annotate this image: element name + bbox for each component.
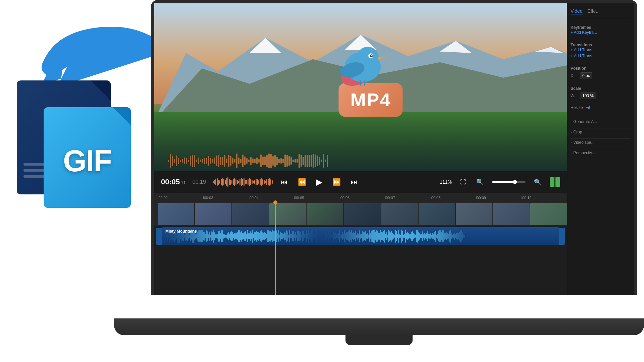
generate-ai-section[interactable]: › Generate A... bbox=[571, 118, 631, 125]
chevron-right-icon-4: › bbox=[571, 151, 572, 155]
current-time-display: 00:0511 bbox=[161, 178, 186, 186]
video-overlay-icons: MP4 bbox=[318, 43, 402, 117]
step-back-button[interactable]: ⏪ bbox=[296, 176, 308, 188]
keyframes-label: Keyframes bbox=[571, 25, 591, 30]
svg-rect-16 bbox=[360, 80, 361, 86]
w-label: W bbox=[571, 94, 577, 98]
zoom-level-display: 111% bbox=[440, 179, 452, 185]
ruler-marks: l00:02l00:03l00:04l00:05l00:06l00:07l00:… bbox=[158, 196, 567, 200]
perspective-section[interactable]: › Perspectiv... bbox=[571, 149, 631, 157]
crop-label: Crop bbox=[573, 130, 582, 134]
gif-label: GIF bbox=[63, 144, 111, 178]
x-label: X bbox=[571, 73, 577, 78]
x-value[interactable]: 0 px bbox=[580, 72, 592, 79]
audio-waveform-track bbox=[162, 227, 559, 245]
zoom-in-button[interactable]: 🔍 bbox=[532, 177, 543, 187]
add-transition1-button[interactable]: + Add Trans... bbox=[571, 48, 631, 52]
frame-number: 11 bbox=[181, 180, 185, 185]
audio-track-handle bbox=[156, 228, 162, 245]
audio-track-inner: Misty Mountains bbox=[162, 227, 559, 245]
audio-track-label: Misty Mountains bbox=[165, 229, 197, 234]
position-x-property: X 0 px bbox=[571, 72, 631, 79]
playback-waveform bbox=[213, 175, 273, 189]
fullscreen-button[interactable]: ⛶ bbox=[459, 177, 468, 187]
current-time: 00:05 bbox=[161, 178, 180, 186]
panel-tabs: Video Effe... bbox=[571, 8, 631, 18]
zoom-slider-fill bbox=[492, 181, 514, 183]
tab-video[interactable]: Video bbox=[571, 8, 583, 14]
generate-ai-label: Generate A... bbox=[573, 119, 597, 124]
svg-marker-10 bbox=[378, 56, 386, 60]
timeline-ruler: l00:02l00:03l00:04l00:05l00:06l00:07l00:… bbox=[154, 193, 567, 202]
playhead-head bbox=[273, 200, 277, 204]
pause-bar-left bbox=[550, 177, 554, 187]
zoom-slider[interactable] bbox=[492, 181, 526, 183]
keyframes-section: Keyframes + Add Keyfra... bbox=[571, 24, 631, 35]
transitions-section: Transitions + Add Trans... + Add Trans..… bbox=[571, 42, 631, 58]
playback-controls: 00:0511 00:19 ⏮ ⏪ ▶ ⏩ ⏭ 111% bbox=[154, 171, 567, 193]
scale-w-property: W 100 % bbox=[571, 93, 631, 99]
right-panel: Video Effe... Keyframes + Add Keyfra... … bbox=[567, 3, 634, 295]
fit-button[interactable]: Fit bbox=[586, 105, 590, 110]
video-editor-area: MP4 // Will render inline via JS below 0… bbox=[154, 3, 567, 295]
zoom-slider-thumb bbox=[513, 180, 517, 184]
chevron-right-icon-3: › bbox=[571, 141, 572, 144]
audio-track-end-handle bbox=[559, 228, 565, 245]
scale-section: Scale W 100 % bbox=[571, 85, 631, 99]
zoom-out-button[interactable]: 🔍 bbox=[475, 177, 485, 187]
twitter-bird-icon bbox=[330, 43, 391, 93]
pause-bar-right bbox=[555, 177, 560, 187]
video-spec-section[interactable]: › Video spe... bbox=[571, 138, 631, 146]
tab-effects[interactable]: Effe... bbox=[588, 8, 600, 14]
video-track[interactable] bbox=[154, 202, 567, 226]
video-spec-label: Video spe... bbox=[573, 140, 594, 145]
chevron-right-icon: › bbox=[571, 120, 572, 124]
step-forward-button[interactable]: ⏩ bbox=[331, 176, 342, 188]
video-preview: MP4 // Will render inline via JS below bbox=[154, 3, 567, 171]
skip-end-button[interactable]: ⏭ bbox=[349, 177, 359, 188]
timeline-tracks: Misty Mountains bbox=[154, 202, 567, 295]
track-thumbnails bbox=[158, 203, 567, 225]
resize-label: Resize bbox=[571, 105, 583, 110]
add-keyframe-button[interactable]: + Add Keyfra... bbox=[571, 30, 631, 35]
scale-label: Scale bbox=[571, 86, 581, 91]
laptop-body: MP4 // Will render inline via JS below 0… bbox=[151, 0, 637, 295]
crop-section[interactable]: › Crop bbox=[571, 128, 631, 136]
total-time-display: 00:19 bbox=[193, 179, 206, 185]
perspective-label: Perspectiv... bbox=[573, 150, 595, 155]
laptop-screen: MP4 // Will render inline via JS below 0… bbox=[154, 3, 634, 295]
resize-row: Resize Fit bbox=[571, 105, 631, 110]
total-time: 00:19 bbox=[193, 179, 206, 185]
audio-waveform-overlay: // Will render inline via JS below bbox=[154, 151, 567, 171]
svg-rect-17 bbox=[364, 80, 365, 86]
laptop-base bbox=[114, 318, 644, 335]
svg-point-13 bbox=[371, 55, 372, 56]
w-value[interactable]: 100 % bbox=[580, 93, 596, 99]
position-section: Position X 0 px bbox=[571, 65, 631, 79]
rewind-button[interactable]: ⏮ bbox=[279, 177, 289, 188]
audio-track[interactable]: Misty Mountains bbox=[154, 226, 567, 246]
laptop-container: MP4 // Will render inline via JS below 0… bbox=[114, 0, 644, 362]
pause-icon bbox=[550, 177, 560, 187]
play-pause-button[interactable]: ▶ bbox=[315, 176, 324, 188]
playhead bbox=[275, 202, 276, 295]
position-label: Position bbox=[571, 66, 586, 71]
chevron-right-icon-2: › bbox=[571, 130, 572, 134]
add-transition2-button[interactable]: + Add Trans... bbox=[571, 54, 631, 58]
laptop-notch bbox=[345, 335, 413, 345]
transitions-label: Transitions bbox=[571, 43, 592, 47]
